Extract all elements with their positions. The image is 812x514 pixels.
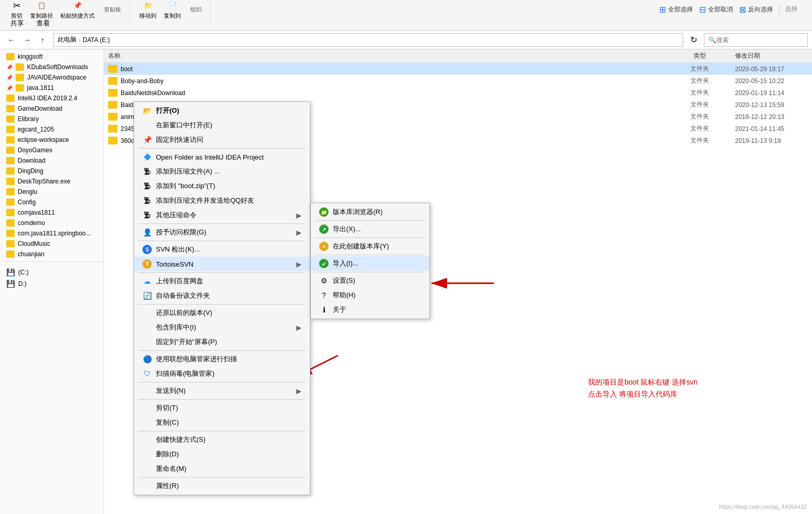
back-button[interactable]: ← xyxy=(4,33,19,47)
address-bar: ← → ↑ 此电脑 › DATA (E:) ↻ 🔍 xyxy=(0,31,812,49)
sidebar-item-kinggsoft[interactable]: kinggsoft xyxy=(0,51,103,62)
import-icon: ↙ xyxy=(319,259,329,268)
ctx-add-zip[interactable]: 🗜 添加到压缩文件(A) ... xyxy=(134,164,310,179)
ctx-pin-quick-label: 固定到快速访问 xyxy=(156,135,203,144)
refresh-button[interactable]: ↻ xyxy=(686,33,701,47)
sidebar-item-gamedownload[interactable]: GameDownload xyxy=(0,103,103,114)
baidu-icon: ☁ xyxy=(142,276,152,286)
ctx-copy[interactable]: 复制(C) xyxy=(134,415,310,430)
sidebar-item-desktopshare[interactable]: DeskTopShare.exe xyxy=(0,176,103,187)
sidebar-item-dingding[interactable]: DingDing xyxy=(0,166,103,176)
search-box[interactable]: 🔍 xyxy=(704,33,808,47)
sidebar-item-elibrary[interactable]: Elibrary xyxy=(0,114,103,124)
sidebar-item-chuanjian[interactable]: chuanjian xyxy=(0,249,103,259)
cut2-icon xyxy=(142,403,152,413)
file-date: 2020-05-15 10:22 xyxy=(735,77,808,85)
ctx-create-repo[interactable]: + 在此创建版本库(Y) xyxy=(311,239,429,254)
sidebar-item-eclipse[interactable]: eclipse-workspace xyxy=(0,135,103,145)
file-row-boot[interactable]: boot 文件夹 2020-05-29 18:17 xyxy=(104,63,812,75)
ctx-help[interactable]: ? 帮助(H) xyxy=(311,288,429,302)
sidebar-drive-c[interactable]: 💾 (C:) xyxy=(0,267,103,278)
ctx-import[interactable]: ↙ 导入(I)... xyxy=(311,256,429,271)
file-row-baidu-download[interactable]: BaiduNetdiskDownload 文件夹 2020-01-19 11:1… xyxy=(104,87,812,99)
ctx-svn-checkout[interactable]: S SVN 检出(K)... xyxy=(134,242,310,257)
ctx-repo-browser[interactable]: 📁 版本库浏览器(R) xyxy=(311,205,429,219)
file-date: 2020-12-13 15:59 xyxy=(735,101,808,109)
folder-icon xyxy=(108,113,117,121)
ctx-create-shortcut[interactable]: 创建快捷方式(S) xyxy=(134,432,310,447)
up-button[interactable]: ↑ xyxy=(35,33,50,47)
ctx-tortoise-svn[interactable]: T TortoiseSVN ▶ xyxy=(134,257,310,271)
ctx-send-to[interactable]: 发送到(N) ▶ xyxy=(134,384,310,398)
sidebar-item-download[interactable]: Download xyxy=(0,155,103,166)
sidebar-item-comjava[interactable]: comjava1811 xyxy=(0,207,103,218)
sidebar-item-intellij[interactable]: IntelliJ IDEA 2019.2.4 xyxy=(0,93,103,103)
access-icon: 👤 xyxy=(142,228,152,237)
ctx-rename[interactable]: 重命名(M) xyxy=(134,462,310,476)
copy-button[interactable]: 📄 复制到 xyxy=(161,0,184,21)
ctx-grant-access[interactable]: 👤 授予访问权限(G) ▶ xyxy=(134,225,310,240)
sidebar-item-egcard[interactable]: egcard_1205 xyxy=(0,124,103,135)
ctx-export[interactable]: ↗ 导出(X)... xyxy=(311,222,429,236)
folder-icon xyxy=(6,115,15,123)
sidebar-item-java1811[interactable]: 📌 java.1811 xyxy=(0,83,103,93)
ctx-open[interactable]: 📂 打开(O) xyxy=(134,103,310,118)
sidebar-item-comjava-spring[interactable]: com.java1811.springboo... xyxy=(0,228,103,239)
file-date: 2018-12-12 20:13 xyxy=(735,113,808,121)
select-all-button[interactable]: ⊞ 全部选择 xyxy=(659,5,693,15)
move-button[interactable]: 📁 移动到 xyxy=(136,0,160,21)
tab-view[interactable]: 查看 xyxy=(30,17,56,30)
ctx-open-new-window[interactable]: 在新窗口中打开(E) xyxy=(134,118,310,133)
address-path[interactable]: 此电脑 › DATA (E:) xyxy=(53,33,683,47)
file-name: boot xyxy=(121,65,687,73)
clipboard-label: 剪贴板 xyxy=(99,6,126,14)
invert-selection-button[interactable]: ⊠ 反向选择 xyxy=(739,5,773,15)
copy-label: 复制到 xyxy=(164,12,181,20)
col-header-type[interactable]: 类型 xyxy=(693,51,735,60)
ctx-divider xyxy=(138,241,306,241)
sidebar-item-config[interactable]: Config xyxy=(0,197,103,207)
col-header-name[interactable]: 名称 xyxy=(108,51,693,60)
sidebar-item-cloudmusic[interactable]: CloudMusic xyxy=(0,239,103,249)
search-input[interactable] xyxy=(716,36,800,44)
ctx-pin-start[interactable]: 固定到"开始"屏幕(P) xyxy=(134,335,310,349)
sidebar-item-label: D:) xyxy=(18,280,27,287)
paste-shortcut-button[interactable]: 📌 粘贴快捷方式 xyxy=(57,0,98,21)
col-header-date[interactable]: 修改日期 xyxy=(735,51,808,60)
file-row-boby[interactable]: Boby-and-Boby 文件夹 2020-05-15 10:22 xyxy=(104,75,812,87)
sidebar-item-denglu[interactable]: Denglu xyxy=(0,187,103,197)
sidebar-item-kduba[interactable]: 📌 KDubaSoftDownloads xyxy=(0,62,103,72)
ctx-about[interactable]: ℹ 关于 xyxy=(311,302,429,317)
ctx-auto-backup[interactable]: 🔄 自动备份该文件夹 xyxy=(134,288,310,303)
sidebar-item-javaidea[interactable]: 📌 JAVAIDEAwrodspace xyxy=(0,72,103,83)
ctx-upload-baidu[interactable]: ☁ 上传到百度网盘 xyxy=(134,274,310,288)
file-type: 文件夹 xyxy=(690,112,732,121)
ctx-open-intellij[interactable]: 🔷 Open Folder as IntelliJ IDEA Project xyxy=(134,150,310,164)
tab-share[interactable]: 共享 xyxy=(4,17,30,30)
folder-icon xyxy=(6,157,15,164)
sidebar-drive-d[interactable]: 💾 D:) xyxy=(0,278,103,289)
ctx-other-compress[interactable]: 🗜 其他压缩命令 ▶ xyxy=(134,208,310,222)
ctx-scan-virus[interactable]: 🛡 扫描病毒(电脑管家) xyxy=(134,366,310,381)
forward-button[interactable]: → xyxy=(20,33,34,47)
zip2-icon: 🗜 xyxy=(142,181,152,191)
ctx-delete[interactable]: 删除(D) xyxy=(134,447,310,462)
ctx-add-zip-qq[interactable]: 🗜 添加到压缩文件并发送给QQ好友 xyxy=(134,193,310,208)
ctx-properties[interactable]: 属性(R) xyxy=(134,479,310,493)
ctx-include-lib[interactable]: 包含到库中(I) ▶ xyxy=(134,320,310,335)
ctx-scan-lenovo[interactable]: 🔵 使用联想电脑管家进行扫描 xyxy=(134,352,310,366)
ctx-add-boot-zip[interactable]: 🗜 添加到 "boot.zip"(T) xyxy=(134,179,310,193)
ctx-cut[interactable]: 剪切(T) xyxy=(134,401,310,415)
ctx-settings[interactable]: ⚙ 设置(S) xyxy=(311,273,429,288)
ctx-restore[interactable]: 还原以前的版本(V) xyxy=(134,306,310,320)
path-drive: DATA (E:) xyxy=(83,36,110,44)
copy-icon: 📄 xyxy=(166,0,179,12)
sidebar-item-comdemo[interactable]: comdemo xyxy=(0,218,103,228)
sidebar-item-label: Download xyxy=(18,157,45,164)
sidebar-item-doyogames[interactable]: DoyoGames xyxy=(0,145,103,155)
watermark: https://blog.csdn.net/qq_44054432 xyxy=(719,504,807,510)
ctx-help-label: 帮助(H) xyxy=(333,291,356,300)
folder-icon xyxy=(6,219,15,227)
deselect-all-button[interactable]: ⊟ 全部取消 xyxy=(699,5,733,15)
ctx-pin-quick[interactable]: 📌 固定到快速访问 xyxy=(134,133,310,147)
